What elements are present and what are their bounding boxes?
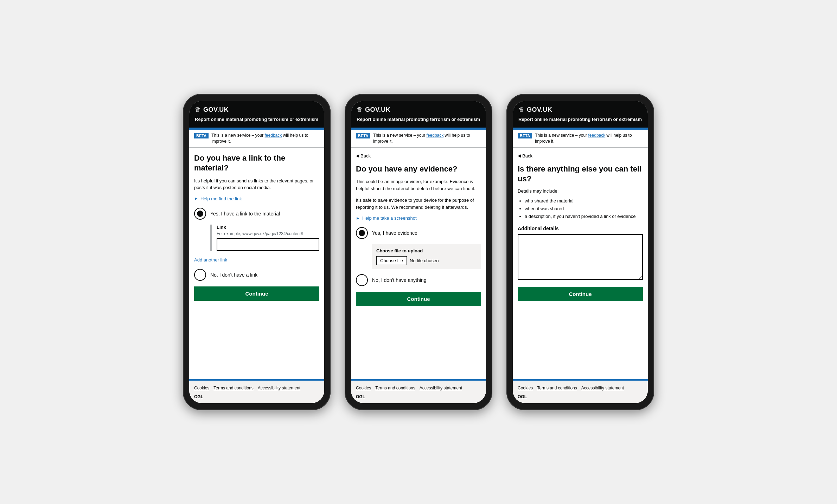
beta-banner-3: BETA This is a new service – your feedba… — [513, 130, 648, 148]
ogl-1: OGL — [194, 394, 203, 399]
back-arrow-2: ◀ — [356, 153, 359, 158]
back-arrow-3: ◀ — [518, 153, 521, 158]
gov-header-top-2: ♛ GOV.UK — [357, 106, 480, 114]
bullet-item-2: when it was shared — [525, 206, 643, 212]
footer-terms-1[interactable]: Terms and conditions — [213, 386, 253, 390]
service-name-1: Report online material promoting terrori… — [195, 116, 319, 123]
page-description-1: It's helpful if you can send us links to… — [194, 177, 319, 191]
footer-cookies-3[interactable]: Cookies — [518, 386, 533, 390]
page-heading-1: Do you have a link to the material? — [194, 153, 319, 173]
bullet-list-3: who shared the material when it was shar… — [518, 198, 643, 220]
footer-accessibility-1[interactable]: Accessibility statement — [258, 386, 300, 390]
radio-group-2: Yes, I have evidence Choose file to uplo… — [356, 227, 481, 286]
footer-2: Cookies Terms and conditions Accessibili… — [351, 379, 486, 403]
beta-banner-2: BETA This is a new service – your feedba… — [351, 130, 486, 148]
help-link-2[interactable]: ► Help me take a screenshot — [356, 215, 481, 221]
file-upload-box-2: Choose file to upload Choose file No fil… — [372, 244, 481, 269]
crown-icon-1: ♛ — [195, 106, 200, 114]
beta-text-2: This is a new service – your feedback wi… — [373, 133, 481, 144]
footer-terms-2[interactable]: Terms and conditions — [375, 386, 415, 390]
beta-tag-3: BETA — [518, 133, 532, 138]
beta-tag-1: BETA — [194, 133, 209, 138]
continue-button-3[interactable]: Continue — [518, 287, 643, 301]
service-name-3: Report online material promoting terrori… — [518, 116, 642, 123]
bullet-item-3: a description, if you haven't provided a… — [525, 213, 643, 220]
page-heading-3: Is there anything else you can tell us? — [518, 164, 643, 184]
back-link-3[interactable]: ◀ Back — [518, 153, 643, 159]
link-input-section-1: Link For example, www.gov.uk/page/1234/c… — [210, 225, 319, 251]
radio-group-1: Yes, I have a link to the material Link … — [194, 208, 319, 281]
beta-text-3: This is a new service – your feedback wi… — [535, 133, 643, 144]
phone-screens-container: ♛ GOV.UK Report online material promotin… — [183, 94, 654, 410]
gov-name-3: GOV.UK — [527, 106, 552, 114]
footer-cookies-1[interactable]: Cookies — [194, 386, 209, 390]
radio-inner-yes-2 — [359, 230, 365, 236]
crown-icon-3: ♛ — [518, 106, 524, 114]
service-name-2: Report online material promoting terrori… — [357, 116, 480, 123]
feedback-link-2[interactable]: feedback — [427, 133, 444, 138]
footer-accessibility-3[interactable]: Accessibility statement — [581, 386, 624, 390]
file-upload-label-2: Choose file to upload — [376, 248, 477, 253]
file-input-row-2: Choose file No file chosen — [376, 256, 477, 265]
page-description2-1: This could be an image or video, for exa… — [356, 178, 481, 192]
continue-button-2[interactable]: Continue — [356, 292, 481, 306]
details-label-3: Details may include: — [518, 188, 643, 194]
no-file-text-2: No file chosen — [410, 258, 439, 263]
main-content-2: ◀ Back Do you have any evidence? This co… — [351, 148, 486, 379]
radio-yes-link-1[interactable]: Yes, I have a link to the material — [194, 208, 319, 220]
beta-banner-1: BETA This is a new service – your feedba… — [189, 130, 324, 148]
beta-tag-2: BETA — [356, 133, 370, 138]
gov-header-1: ♛ GOV.UK Report online material promotin… — [189, 101, 324, 128]
gov-name-1: GOV.UK — [203, 106, 229, 114]
footer-cookies-2[interactable]: Cookies — [356, 386, 371, 390]
radio-circle-no-1 — [194, 269, 206, 281]
beta-text-1: This is a new service – your feedback wi… — [211, 133, 319, 144]
footer-3: Cookies Terms and conditions Accessibili… — [513, 379, 648, 403]
radio-inner-yes-1 — [197, 211, 203, 217]
footer-1: Cookies Terms and conditions Accessibili… — [189, 379, 324, 403]
back-link-2[interactable]: ◀ Back — [356, 153, 481, 159]
phone-1-screen: ♛ GOV.UK Report online material promotin… — [189, 101, 324, 403]
phone-2-screen: ♛ GOV.UK Report online material promotin… — [351, 101, 486, 403]
gov-header-3: ♛ GOV.UK Report online material promotin… — [513, 101, 648, 128]
radio-no-link-1[interactable]: No, I don't have a link — [194, 269, 319, 281]
phone-3-screen: ♛ GOV.UK Report online material promotin… — [513, 101, 648, 403]
feedback-link-1[interactable]: feedback — [265, 133, 282, 138]
phone-1: ♛ GOV.UK Report online material promotin… — [183, 94, 331, 410]
radio-circle-yes-2 — [356, 227, 368, 239]
feedback-link-3[interactable]: feedback — [588, 133, 606, 138]
gov-name-2: GOV.UK — [365, 106, 390, 114]
ogl-2: OGL — [356, 394, 365, 399]
phone-3: ♛ GOV.UK Report online material promotin… — [506, 94, 654, 410]
gov-header-top-1: ♛ GOV.UK — [195, 106, 319, 114]
add-another-link-1[interactable]: Add another link — [194, 257, 227, 263]
radio-no-evidence-2[interactable]: No, I don't have anything — [356, 274, 481, 286]
crown-icon-2: ♛ — [357, 106, 362, 114]
link-input-1[interactable] — [217, 238, 319, 251]
footer-terms-3[interactable]: Terms and conditions — [537, 386, 577, 390]
choose-file-btn-2[interactable]: Choose file — [376, 256, 407, 265]
page-heading-2: Do you have any evidence? — [356, 164, 481, 174]
continue-button-1[interactable]: Continue — [194, 286, 319, 301]
main-content-3: ◀ Back Is there anything else you can te… — [513, 148, 648, 379]
footer-accessibility-2[interactable]: Accessibility statement — [420, 386, 462, 390]
footer-links-3: Cookies Terms and conditions Accessibili… — [518, 386, 643, 390]
help-link-1[interactable]: ► Help me find the link — [194, 196, 319, 201]
ogl-3: OGL — [518, 394, 527, 399]
link-label-1: Link — [217, 225, 319, 230]
phone-2: ♛ GOV.UK Report online material promotin… — [345, 94, 492, 410]
footer-links-1: Cookies Terms and conditions Accessibili… — [194, 386, 319, 390]
gov-header-2: ♛ GOV.UK Report online material promotin… — [351, 101, 486, 128]
footer-links-2: Cookies Terms and conditions Accessibili… — [356, 386, 481, 390]
page-description2-2: It's safe to save evidence to your devic… — [356, 197, 481, 211]
main-content-1: Do you have a link to the material? It's… — [189, 148, 324, 379]
link-hint-1: For example, www.gov.uk/page/1234/conten… — [217, 231, 319, 236]
details-arrow-2: ► — [356, 216, 360, 221]
radio-yes-evidence-2[interactable]: Yes, I have evidence — [356, 227, 481, 239]
radio-circle-yes-1 — [194, 208, 206, 220]
additional-textarea-3[interactable] — [518, 234, 643, 280]
radio-circle-no-2 — [356, 274, 368, 286]
details-arrow-1: ► — [194, 196, 198, 201]
bullet-item-1: who shared the material — [525, 198, 643, 204]
textarea-label-3: Additional details — [518, 226, 643, 231]
